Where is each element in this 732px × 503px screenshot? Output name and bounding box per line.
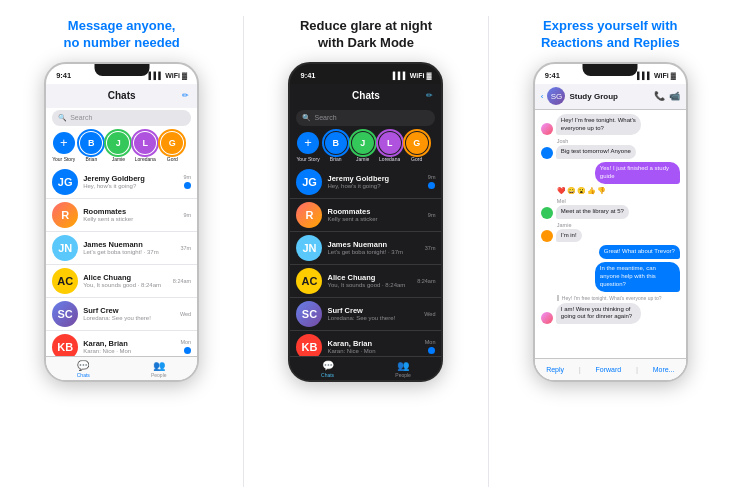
chat-item-james-dark[interactable]: JN James Nuemann Let's get boba tonight!… <box>290 232 441 265</box>
story-gord-avatar-dark: G <box>406 132 428 154</box>
back-icon[interactable]: ‹ <box>541 92 544 101</box>
chat-content-surf: Surf Crew Loredana: See you there! <box>83 306 175 321</box>
chat-item-alice[interactable]: AC Alice Chuang You, It sounds good · 8:… <box>46 265 197 298</box>
msg-row-5: I'm in! <box>541 229 680 243</box>
chat-item-james[interactable]: JN James Nuemann Let's get boba tonight!… <box>46 232 197 265</box>
chat-name-karan: Karan, Brian <box>83 339 175 348</box>
wifi-icon-chat: WiFi <box>654 72 669 79</box>
tab-chats-dark[interactable]: 💬 Chats <box>321 360 334 378</box>
story-loredana[interactable]: L Loredana <box>134 132 156 162</box>
bubble-5: I'm in! <box>556 229 582 243</box>
status-icons-chat: ▌▌▌ WiFi ▓ <box>637 72 676 79</box>
chat-item-alice-dark[interactable]: AC Alice Chuang You, It sounds good · 8:… <box>290 265 441 298</box>
status-time-dark: 9:41 <box>300 71 315 80</box>
chat-item-roommates[interactable]: R Roommates Kelly sent a sticker 9m <box>46 199 197 232</box>
msg-avatar-2 <box>541 147 553 159</box>
wifi-icon: WiFi <box>165 72 180 79</box>
edit-icon-dark[interactable]: ✏ <box>426 91 433 100</box>
story-loredana-dark[interactable]: L Loredana <box>379 132 401 162</box>
tab-people-dark[interactable]: 👥 People <box>395 360 411 378</box>
chat-time-alice: 8:24am <box>173 278 191 284</box>
edit-icon-light[interactable]: ✏ <box>182 91 189 100</box>
story-loredana-label-dark: Loredana <box>379 156 400 162</box>
msg-row-1: Hey! I'm free tonight. What's everyone u… <box>541 114 680 136</box>
unread-dot-karan <box>184 347 191 354</box>
reaction-row: ❤️ 😄 😮 👍 👎 <box>557 187 680 195</box>
chat-name-surf-dark: Surf Crew <box>327 306 419 315</box>
unread-dot-jeremy <box>184 182 191 189</box>
story-gord[interactable]: G Gord <box>161 132 183 162</box>
story-loredana-label: Loredana <box>135 156 156 162</box>
chat-content-alice-dark: Alice Chuang You, It sounds good · 8:24a… <box>327 273 412 288</box>
story-your[interactable]: + Your Story <box>52 132 75 162</box>
story-jamie-avatar-dark: J <box>352 132 374 154</box>
chat-item-karan-dark[interactable]: KB Karan, Brian Karan: Nice · Mon Mon <box>290 331 441 356</box>
msg-row-replied: I am! Were you thinking of going out for… <box>541 303 680 325</box>
search-bar-light[interactable]: 🔍 Search <box>52 110 191 126</box>
chat-name-james-dark: James Nuemann <box>327 240 419 249</box>
reply-action-more[interactable]: More... <box>653 366 675 373</box>
chat-name-alice: Alice Chuang <box>83 273 168 282</box>
panel-light-title: Message anyone,no number needed <box>64 18 180 52</box>
sender-name-jamie: Jamie <box>557 222 680 228</box>
search-placeholder-light: Search <box>70 114 92 121</box>
chat-item-karan[interactable]: KB Karan, Brian Karan: Nice · Mon Mon <box>46 331 197 356</box>
msg-row-7: In the meantime, can anyone help with th… <box>541 262 680 291</box>
reaction-thumbsup[interactable]: 👍 <box>587 187 596 195</box>
story-loredana-avatar: L <box>134 132 156 154</box>
stories-row-dark: + Your Story B Brian J Jamie L Loredana … <box>290 128 441 166</box>
status-time-chat: 9:41 <box>545 71 560 80</box>
tab-chats-light[interactable]: 💬 Chats <box>77 360 90 378</box>
status-icons-light: ▌▌▌ WiFi ▓ <box>148 72 187 79</box>
reaction-wow[interactable]: 😮 <box>577 187 586 195</box>
story-jamie-dark[interactable]: J Jamie <box>352 132 374 162</box>
tab-people-label-dark: People <box>395 372 411 378</box>
stories-row-light: + Your Story B Brian J Jamie L Loredana … <box>46 128 197 166</box>
story-brian[interactable]: B Brian <box>80 132 102 162</box>
story-brian-dark[interactable]: B Brian <box>325 132 347 162</box>
chat-nav-icons: 📞 📹 <box>654 91 680 101</box>
reaction-heart[interactable]: ❤️ <box>557 187 566 195</box>
msg-group-4: Mel Meet at the library at 5? <box>541 198 680 219</box>
msg-row-3: Yes! I just finished a study guide <box>541 162 680 184</box>
notch-chat <box>583 64 638 76</box>
story-gord-dark[interactable]: G Gord <box>406 132 428 162</box>
reaction-thumbsdown[interactable]: 👎 <box>597 187 606 195</box>
chat-time-karan-dark: Mon <box>425 339 436 345</box>
story-brian-avatar: B <box>80 132 102 154</box>
unread-dot-jeremy-dark <box>428 182 435 189</box>
tab-people-light[interactable]: 👥 People <box>151 360 167 378</box>
reply-divider-2: | <box>636 365 638 374</box>
chat-time-alice-dark: 8:24am <box>417 278 435 284</box>
reply-bar: Reply | Forward | More... <box>535 358 686 380</box>
chat-avatar-jeremy-dark: JG <box>296 169 322 195</box>
reaction-laugh[interactable]: 😄 <box>567 187 576 195</box>
reply-action-forward[interactable]: Forward <box>596 366 622 373</box>
add-story-btn-dark[interactable]: + <box>297 132 319 154</box>
reply-action-reply[interactable]: Reply <box>546 366 564 373</box>
video-icon[interactable]: 📹 <box>669 91 680 101</box>
chat-item-jeremy-dark[interactable]: JG Jeremy Goldberg Hey, how's it going? … <box>290 166 441 199</box>
chat-item-surf[interactable]: SC Surf Crew Loredana: See you there! We… <box>46 298 197 331</box>
chat-item-roommates-dark[interactable]: R Roommates Kelly sent a sticker 9m <box>290 199 441 232</box>
tab-bar-dark: 💬 Chats 👥 People <box>290 356 441 380</box>
msg-avatar-replied <box>541 312 553 324</box>
story-your-dark[interactable]: + Your Story <box>296 132 319 162</box>
messages-area: Hey! I'm free tonight. What's everyone u… <box>535 110 686 358</box>
chat-meta-alice-dark: 8:24am <box>417 278 435 284</box>
chat-item-jeremy[interactable]: JG Jeremy Goldberg Hey, how's it going? … <box>46 166 197 199</box>
signal-icon-dark: ▌▌▌ <box>393 72 408 79</box>
chat-item-surf-dark[interactable]: SC Surf Crew Loredana: See you there! We… <box>290 298 441 331</box>
tab-chats-icon-dark: 💬 <box>322 360 334 371</box>
chat-content-james-dark: James Nuemann Let's get boba tonight! · … <box>327 240 419 255</box>
add-story-btn[interactable]: + <box>53 132 75 154</box>
search-bar-dark[interactable]: 🔍 Search <box>296 110 435 126</box>
story-jamie[interactable]: J Jamie <box>107 132 129 162</box>
chat-content-jeremy-dark: Jeremy Goldberg Hey, how's it going? <box>327 174 422 189</box>
panel-chat-title: Express yourself withReactions and Repli… <box>541 18 680 52</box>
story-jamie-avatar: J <box>107 132 129 154</box>
nav-bar-light: Chats ✏ <box>46 84 197 108</box>
search-icon-dark: 🔍 <box>302 114 311 122</box>
call-icon[interactable]: 📞 <box>654 91 665 101</box>
chat-meta-roommates-dark: 9m <box>428 212 436 218</box>
